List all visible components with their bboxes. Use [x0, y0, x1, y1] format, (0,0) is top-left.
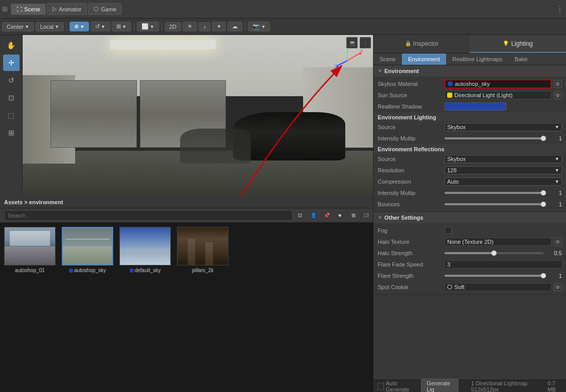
refl-intensity-slider[interactable]: [445, 192, 543, 194]
list-item[interactable]: autoshop_sky: [62, 227, 113, 274]
rect-tool-btn[interactable]: ⬜▼: [137, 22, 159, 31]
svg-line-4: [337, 61, 347, 66]
environment-section: ▼ Environment Skybox Material autoshop_s…: [374, 65, 566, 212]
assets-filter-btn[interactable]: ⊡: [294, 210, 306, 221]
compression-dropdown[interactable]: Auto ▼: [445, 177, 562, 186]
assets-view-btn[interactable]: 👤: [308, 210, 319, 221]
asset-thumb-default-sky[interactable]: [119, 227, 171, 265]
sub-tab-environment[interactable]: Environment: [402, 54, 446, 65]
sun-source-select-btn[interactable]: ⊙: [554, 91, 562, 99]
scene-viewport[interactable]: X Y Z ⬒: [23, 35, 373, 196]
auto-generate-checkbox[interactable]: [378, 383, 384, 390]
tab-game[interactable]: ⬡ Game: [88, 3, 122, 15]
halo-texture-input[interactable]: None (Texture 2D): [445, 238, 552, 246]
sky-material-icon: [69, 269, 73, 273]
cam-chevron: ▼: [261, 24, 266, 29]
asset-thumb-autoshop01[interactable]: [4, 227, 56, 265]
list-item[interactable]: default_sky: [119, 227, 171, 274]
rotate-scene-btn[interactable]: ↺: [3, 72, 20, 88]
sub-tab-scene[interactable]: Scene: [374, 54, 402, 65]
center-dropdown[interactable]: Center▼: [2, 22, 34, 31]
fx-btn[interactable]: ✦: [212, 22, 226, 31]
halo-strength-slider[interactable]: [445, 252, 543, 254]
env-reflections-source-dropdown[interactable]: Skybox ▼: [445, 155, 562, 163]
scale-chevron: ▼: [122, 24, 127, 29]
skybox-material-input[interactable]: autoshop_sky: [445, 79, 552, 88]
content-spacer: [374, 295, 566, 326]
rect-scene-btn[interactable]: ⬚: [3, 107, 20, 123]
list-item[interactable]: autoshop_01: [4, 227, 56, 273]
right-content-scroll[interactable]: ▼ Environment Skybox Material autoshop_s…: [374, 65, 566, 380]
realtime-shadow-color[interactable]: [445, 102, 506, 111]
sub-tab-realtime[interactable]: Realtime Lightmaps: [446, 54, 508, 65]
fog-checkbox[interactable]: [445, 227, 452, 234]
viewport-maximize-btn[interactable]: ⬒: [346, 37, 358, 48]
zoom-scene-btn[interactable]: ⊡: [3, 90, 20, 106]
generate-button[interactable]: Generate Lig: [421, 379, 458, 393]
move-tool-btn[interactable]: ⊕▼: [69, 22, 89, 31]
local-dropdown[interactable]: Local▼: [36, 22, 64, 31]
spot-cookie-select-btn[interactable]: ⊙: [554, 283, 562, 291]
sun-source-icon: [447, 93, 452, 98]
audio-btn[interactable]: ♪: [199, 22, 211, 31]
env-reflections-header: Environment Reflections: [374, 144, 566, 153]
camera-btn[interactable]: 📷▼: [248, 22, 270, 31]
assets-pin-btn[interactable]: 📌: [321, 210, 332, 221]
flare-fade-input[interactable]: [445, 260, 562, 269]
rotate-tool-btn[interactable]: ↺▼: [91, 22, 110, 31]
spot-cookie-input[interactable]: Soft: [445, 283, 552, 291]
car-object-2: [180, 129, 250, 164]
transform-scene-btn[interactable]: ⊞: [3, 124, 20, 141]
intensity-slider[interactable]: [445, 137, 543, 139]
halo-texture-select-btn[interactable]: ⊙: [554, 238, 562, 246]
hand-tool-btn[interactable]: ✋: [3, 37, 20, 54]
svg-line-0: [347, 53, 360, 61]
dropdown-chevron-3: ▼: [555, 168, 559, 173]
assets-star-btn[interactable]: ★: [334, 210, 346, 221]
viewport-top-right: ⬒ ⋮: [346, 37, 371, 48]
2d-btn[interactable]: 2D: [165, 22, 181, 31]
bounces-row: Bounces 1: [374, 199, 566, 210]
light-btn[interactable]: ☀: [183, 22, 197, 31]
flare-strength-slider-container: 1: [445, 273, 562, 279]
sub-tab-bake[interactable]: Bake: [508, 54, 534, 65]
asset-thumb-pillars[interactable]: [177, 227, 228, 265]
skybox-material-value: autoshop_sky ⊙: [445, 79, 562, 88]
compression-value: Auto ▼: [445, 177, 562, 186]
scene-view[interactable]: ✋ ✛ ↺ ⊡ ⬚ ⊞: [0, 35, 373, 196]
flare-strength-slider[interactable]: [445, 275, 543, 277]
spot-cookie-row: Spot Cookie Soft ⊙: [374, 281, 566, 293]
list-item[interactable]: pillars_2k: [177, 227, 228, 273]
tab-lighting[interactable]: 💡 Lighting: [470, 35, 566, 53]
axes-gizmo: X Y Z: [332, 45, 363, 77]
sky-btn[interactable]: ☁: [227, 22, 242, 31]
resolution-dropdown[interactable]: 128 ▼: [445, 166, 562, 174]
assets-search-input[interactable]: [4, 210, 292, 221]
other-settings-header[interactable]: ▼ Other Settings: [374, 212, 566, 223]
asset-thumb-autoshop-sky[interactable]: [62, 227, 113, 265]
env-lighting-source-dropdown[interactable]: Skybox ▼: [445, 123, 562, 131]
svg-text:Z: Z: [334, 64, 337, 69]
viewport-more-btn[interactable]: ⋮: [360, 37, 371, 48]
lightmap-status: 1 Directional Lightmap: 512x512px: [471, 380, 541, 393]
tab-scene[interactable]: ⛶ Scene: [11, 4, 46, 15]
tab-animator[interactable]: ▷ Animator: [47, 3, 87, 15]
assets-layers-btn[interactable]: ⊞: [348, 210, 359, 221]
halo-strength-value: 0.5: [445, 250, 562, 256]
sun-source-input[interactable]: Directional Light (Light): [445, 91, 552, 99]
bounces-slider[interactable]: [445, 203, 543, 205]
skybox-select-btn[interactable]: ⊙: [554, 80, 562, 88]
asset-label-sky: autoshop_sky: [69, 268, 106, 274]
intensity-slider-container: 1: [445, 135, 562, 141]
environment-section-header[interactable]: ▼ Environment: [374, 65, 566, 77]
dropdown-chevron-1: ▼: [555, 124, 559, 130]
fog-row: Fog: [374, 225, 566, 236]
tab-inspector[interactable]: 🔒 Inspector: [374, 35, 470, 53]
move-scene-btn[interactable]: ✛: [3, 55, 20, 71]
scale-tool-btn[interactable]: ⊞▼: [112, 22, 131, 31]
more-menu-icon[interactable]: ⋮: [556, 4, 564, 14]
halo-strength-slider-container: 0.5: [445, 250, 562, 256]
scene-panel: ✋ ✛ ↺ ⊡ ⬚ ⊞: [0, 35, 373, 392]
bounces-slider-container: 1: [445, 201, 562, 207]
halo-strength-row: Halo Strength 0.5: [374, 247, 566, 259]
